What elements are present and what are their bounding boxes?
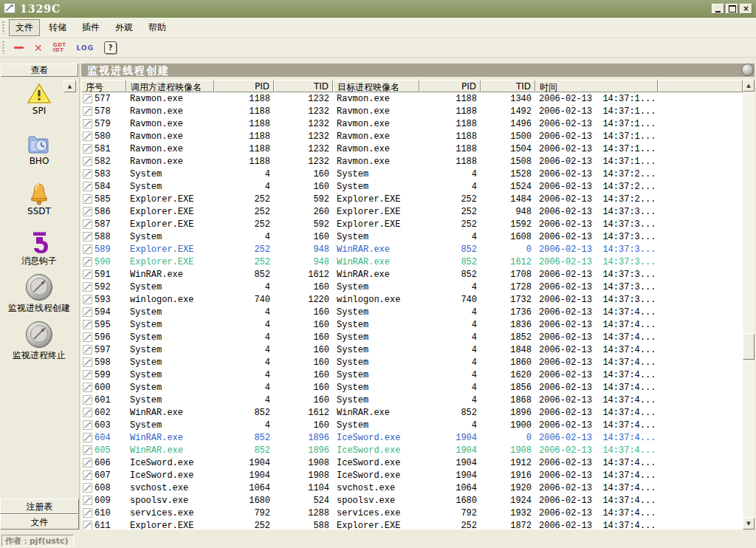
table-row[interactable]: 595System4160System418362006-02-13 14:37… [81, 318, 743, 331]
sidebar-item-spi[interactable]: SPI [0, 83, 78, 116]
column-header-target-pid[interactable]: PID [419, 80, 481, 92]
table-row[interactable]: 601System4160System418682006-02-13 14:37… [81, 394, 743, 406]
cell-target-tid: 1896 [481, 408, 535, 418]
cell-target-image: Explorer.EXE [333, 219, 419, 230]
table-row[interactable]: 602WinRAR.exe8521612WinRAR.exe8521896200… [81, 406, 743, 419]
delete-button[interactable]: ✕ [34, 41, 43, 55]
table-row[interactable]: 586Explorer.EXE252260Explorer.EXE2529482… [81, 205, 743, 218]
column-header-caller-image[interactable]: 调用方进程映像名 [126, 80, 214, 92]
scrollbar-thumb[interactable] [743, 334, 755, 360]
scroll-down-button[interactable]: ▼ [743, 518, 755, 530]
table-row[interactable]: 598System4160System418602006-02-13 14:37… [81, 356, 743, 369]
column-header-filler[interactable] [658, 80, 743, 92]
cell-target-pid: 1904 [419, 458, 481, 468]
table-row[interactable]: 599System4160System416202006-02-13 14:37… [81, 369, 743, 381]
menubar-gripper-handle[interactable] [2, 21, 4, 34]
cell-seq: 609 [81, 496, 126, 506]
table-row[interactable]: 578Ravmon.exe11881232Ravmon.exe118814922… [81, 105, 743, 117]
column-header-seq[interactable]: 序号 [81, 80, 126, 92]
menu-item-dump[interactable]: 转储 [42, 19, 73, 36]
cell-target-tid: 0 [481, 433, 535, 443]
table-row[interactable]: 581Ravmon.exe11881232Ravmon.exe118815042… [81, 143, 743, 155]
column-header-caller-pid[interactable]: PID [214, 80, 274, 92]
cell-time: 2006-02-13 14:37:4... [535, 357, 658, 368]
table-row[interactable]: 593winlogon.exe7401220winlogon.exe740173… [81, 293, 743, 306]
sidebar-button-registry[interactable]: 注册表 [0, 499, 79, 514]
sidebar-item-monitor-thread-create[interactable]: 监视进线程创建 [0, 273, 78, 315]
cell-caller-pid: 1188 [214, 94, 274, 104]
table-row[interactable]: 604WinRAR.exe8521896IceSword.exe19040200… [81, 431, 743, 444]
minimize-button[interactable] [712, 4, 724, 14]
table-row[interactable]: 606IceSword.exe19041908IceSword.exe19041… [81, 456, 743, 469]
sidebar-item-monitor-process-terminate[interactable]: 监视进程终止 [0, 321, 78, 362]
sidebar-item-message-hooks[interactable]: 消息钩子 [0, 230, 78, 267]
table-row[interactable]: 579Ravmon.exe11881232Ravmon.exe118814962… [81, 117, 743, 130]
column-header-caller-tid[interactable]: TID [274, 80, 333, 92]
cell-caller-tid: 160 [274, 420, 333, 431]
column-header-time[interactable]: 时间 [535, 80, 658, 92]
table-row[interactable]: 609spoolsv.exe1680524spoolsv.exe16801924… [81, 494, 743, 507]
table-row[interactable]: 608svchost.exe10641104svchost.exe1064192… [81, 482, 743, 494]
row-pen-icon [83, 194, 92, 204]
cell-target-pid: 4 [419, 232, 481, 242]
help-button[interactable]: ? [104, 41, 117, 55]
table-row[interactable]: 580Ravmon.exe11881232Ravmon.exe118815002… [81, 130, 743, 143]
cell-target-pid: 4 [419, 420, 481, 431]
table-row[interactable]: 583System4160System415282006-02-13 14:37… [81, 168, 743, 180]
cell-caller-image: WinRAR.exe [126, 433, 214, 443]
cell-caller-tid: 160 [274, 182, 333, 192]
menu-item-appearance[interactable]: 外观 [109, 19, 140, 36]
log-button[interactable]: LOG [77, 41, 94, 55]
table-row[interactable]: 589Explorer.EXE252948WinRAR.exe85202006-… [81, 243, 743, 256]
cell-target-pid: 1188 [419, 119, 481, 129]
table-row[interactable]: 611Explorer.EXE252588Explorer.EXE2521872… [81, 519, 743, 530]
table-row[interactable]: 597System4160System418482006-02-13 14:37… [81, 343, 743, 356]
table-row[interactable]: 582Ravmon.exe11881232Ravmon.exe118815082… [81, 155, 743, 168]
table-row[interactable]: 587Explorer.EXE252592Explorer.EXE2521592… [81, 218, 743, 230]
cell-target-image: Explorer.EXE [333, 194, 419, 205]
cell-target-pid: 4 [419, 169, 481, 179]
sidebar-button-file[interactable]: 文件 [0, 514, 79, 530]
cell-target-tid: 1924 [481, 496, 535, 506]
row-pen-icon [83, 307, 92, 317]
sidebar-item-bho[interactable]: BHO [0, 133, 78, 166]
table-row[interactable]: 591WinRAR.exe8521612WinRAR.exe8521708200… [81, 268, 743, 281]
table-row[interactable]: 577Ravmon.exe11881232Ravmon.exe118813402… [81, 92, 743, 105]
cell-caller-image: System [126, 357, 214, 368]
table-row[interactable]: 594System4160System417362006-02-13 14:37… [81, 306, 743, 318]
table-row[interactable]: 584System4160System415242006-02-13 14:37… [81, 180, 743, 193]
cell-seq-value: 577 [94, 94, 111, 104]
table-row[interactable]: 605WinRAR.exe8521896IceSword.exe19041908… [81, 444, 743, 456]
cell-target-image: System [333, 370, 419, 380]
cell-target-tid: 1612 [481, 257, 535, 267]
cell-caller-tid: 1288 [274, 508, 333, 518]
table-row[interactable]: 600System4160System418562006-02-13 14:37… [81, 381, 743, 394]
sidebar-item-ssdt[interactable]: SSDT [0, 182, 78, 216]
table-row[interactable]: 588System4160System416082006-02-13 14:37… [81, 230, 743, 243]
menu-item-file[interactable]: 文件 [9, 19, 40, 36]
menu-item-help[interactable]: 帮助 [142, 19, 173, 36]
scroll-up-button[interactable]: ▲ [743, 80, 755, 92]
table-row[interactable]: 590Explorer.EXE252948WinRAR.exe852161220… [81, 256, 743, 268]
table-row[interactable]: 596System4160System418522006-02-13 14:37… [81, 331, 743, 343]
gdt-idt-button[interactable]: GDTIDT [53, 41, 66, 55]
remove-button[interactable] [14, 41, 24, 55]
sidebar-view-button[interactable]: 查看 [1, 64, 78, 77]
cell-caller-tid: 1232 [274, 106, 333, 117]
table-row[interactable]: 592System4160System417282006-02-13 14:37… [81, 281, 743, 293]
vertical-scrollbar[interactable]: ▲ ▼ [743, 80, 755, 530]
cell-caller-image: Explorer.EXE [126, 257, 214, 267]
menu-item-plugins[interactable]: 插件 [75, 19, 106, 36]
row-pen-icon [83, 408, 92, 417]
column-header-target-image[interactable]: 目标进程映像名 [333, 80, 419, 92]
restore-button[interactable] [726, 4, 738, 14]
close-button[interactable]: × [740, 4, 752, 14]
cell-target-pid: 852 [419, 257, 481, 267]
column-header-target-tid[interactable]: TID [481, 80, 535, 92]
table-row[interactable]: 610services.exe7921288services.exe792193… [81, 507, 743, 519]
table-row[interactable]: 603System4160System419002006-02-13 14:37… [81, 419, 743, 431]
cell-target-tid: 1528 [481, 169, 535, 179]
toolbar-gripper-handle[interactable] [2, 41, 4, 54]
table-row[interactable]: 607IceSword.exe19041908IceSword.exe19041… [81, 469, 743, 482]
table-row[interactable]: 585Explorer.EXE252592Explorer.EXE2521484… [81, 193, 743, 205]
